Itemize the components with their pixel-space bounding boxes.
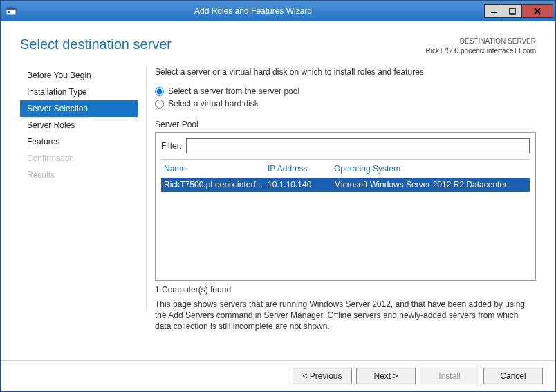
step-server-selection[interactable]: Server Selection — [20, 100, 138, 117]
step-installation-type[interactable]: Installation Type — [20, 84, 138, 100]
server-table-empty-area — [161, 192, 530, 274]
server-ip: 10.1.10.140 — [268, 180, 334, 189]
filter-row: Filter: — [161, 138, 530, 153]
col-header-os[interactable]: Operating System — [334, 164, 527, 174]
filter-input[interactable] — [186, 138, 530, 153]
step-results: Results — [20, 167, 138, 183]
server-pool-label: Server Pool — [155, 120, 536, 129]
svg-rect-4 — [510, 8, 515, 14]
step-confirmation: Confirmation — [20, 150, 138, 167]
step-server-roles[interactable]: Server Roles — [20, 117, 138, 133]
next-button[interactable]: Next > — [356, 368, 416, 384]
description-text: This page shows servers that are running… — [155, 299, 536, 333]
step-features[interactable]: Features — [20, 133, 138, 150]
destination-host: RickT7500.phoenix.interfaceTT.com — [425, 46, 536, 56]
cancel-button[interactable]: Cancel — [483, 368, 543, 384]
close-button[interactable] — [521, 4, 553, 18]
app-icon — [1, 6, 21, 17]
radio-server-pool-input[interactable] — [155, 87, 164, 96]
main-content: Select a server or a virtual hard disk o… — [155, 62, 536, 360]
window-title: Add Roles and Features Wizard — [21, 6, 485, 16]
step-before-you-begin[interactable]: Before You Begin — [20, 67, 138, 84]
previous-button[interactable]: < Previous — [293, 368, 352, 384]
destination-label: DESTINATION SERVER — [425, 37, 536, 46]
wizard-window: Add Roles and Features Wizard Select des… — [0, 0, 556, 392]
minimize-button[interactable] — [484, 4, 503, 18]
col-header-name[interactable]: Name — [164, 164, 268, 174]
radio-vhd[interactable]: Select a virtual hard disk — [155, 99, 536, 109]
radio-vhd-input[interactable] — [155, 100, 164, 109]
filter-label: Filter: — [161, 141, 182, 151]
radio-server-pool-label: Select a server from the server pool — [168, 86, 299, 96]
page-title: Select destination server — [20, 37, 172, 53]
footer: < Previous Next > Install Cancel — [1, 360, 555, 391]
col-header-ip[interactable]: IP Address — [268, 164, 334, 174]
server-pool-box: Filter: Name IP Address Operating System… — [155, 132, 536, 281]
wizard-steps: Before You Begin Installation Type Serve… — [20, 62, 138, 360]
computers-found-text: 1 Computer(s) found — [155, 285, 536, 295]
install-button: Install — [420, 368, 479, 384]
server-table-header: Name IP Address Operating System — [161, 160, 530, 178]
window-controls — [485, 4, 553, 18]
server-os: Microsoft Windows Server 2012 R2 Datacen… — [334, 180, 527, 189]
radio-server-pool[interactable]: Select a server from the server pool — [155, 86, 536, 96]
instruction-text: Select a server or a virtual hard disk o… — [155, 67, 536, 77]
destination-info: DESTINATION SERVER RickT7500.phoenix.int… — [425, 37, 536, 56]
body: Before You Begin Installation Type Serve… — [1, 62, 555, 360]
svg-rect-1 — [6, 8, 16, 10]
vertical-divider — [146, 67, 147, 312]
server-name: RickT7500.phoenix.interf... — [164, 180, 268, 189]
page-header: Select destination server DESTINATION SE… — [1, 21, 555, 62]
radio-vhd-label: Select a virtual hard disk — [168, 99, 259, 109]
server-table: Name IP Address Operating System RickT75… — [161, 159, 530, 274]
svg-rect-2 — [8, 11, 10, 13]
server-row[interactable]: RickT7500.phoenix.interf... 10.1.10.140 … — [161, 178, 530, 192]
maximize-button[interactable] — [503, 4, 522, 18]
titlebar: Add Roles and Features Wizard — [1, 1, 555, 21]
